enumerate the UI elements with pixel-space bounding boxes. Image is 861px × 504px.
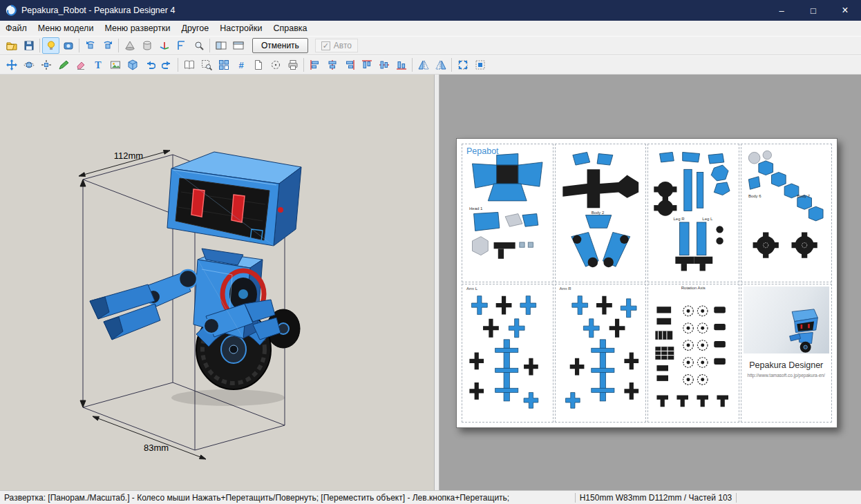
- menu-file[interactable]: Файл: [0, 21, 32, 35]
- pattern-cell-body[interactable]: Body 2: [555, 144, 647, 282]
- main-area: 112mm 150mm 83mm: [0, 75, 861, 490]
- pattern-cell-arm-l[interactable]: Arm L: [462, 284, 554, 423]
- part-number-button[interactable]: #: [232, 57, 249, 73]
- book-icon: [184, 59, 195, 70]
- new-page-button[interactable]: [249, 57, 267, 73]
- model-view-button[interactable]: [59, 37, 77, 54]
- toolbar-separator: [178, 58, 178, 72]
- auto-layout-icon: [218, 59, 229, 70]
- print-icon: [287, 59, 299, 70]
- auto-checkbox-group[interactable]: ✓ Авто: [315, 39, 358, 52]
- undo-button[interactable]: [141, 57, 158, 73]
- maximize-button[interactable]: □: [797, 0, 829, 21]
- fit-selection-button[interactable]: [454, 57, 471, 73]
- save-button[interactable]: [20, 37, 37, 54]
- dim-width-label: 112mm: [114, 151, 143, 161]
- zoom-select-button[interactable]: [198, 57, 215, 73]
- align-top-icon: [361, 59, 372, 70]
- menu-unfold[interactable]: Меню развертки: [99, 21, 176, 35]
- redo-button[interactable]: [158, 57, 176, 73]
- orbit-view-button[interactable]: [20, 57, 37, 73]
- align-top-button[interactable]: [358, 57, 375, 73]
- insert-image-button[interactable]: [106, 57, 124, 73]
- edit-pencil-button[interactable]: [55, 57, 72, 73]
- pattern-pieces-legs: [648, 144, 739, 282]
- svg-text:#: #: [238, 60, 244, 70]
- brand-title: Pepakura Designer: [741, 360, 832, 370]
- text-tool-button[interactable]: T: [89, 57, 106, 73]
- brand-url: http://www.tamasoft.co.jp/pepakura-en/: [741, 373, 832, 378]
- align-center-icon: [327, 59, 338, 70]
- part-label: Body 7: [797, 194, 810, 198]
- mirror-right-button[interactable]: [432, 57, 449, 73]
- model-info-text: H150mm W83mm D112mm / Частей 103: [576, 493, 736, 503]
- insert-image-icon: [110, 59, 121, 70]
- align-right-button[interactable]: [341, 57, 358, 73]
- cylinder-primitive-button[interactable]: [138, 37, 155, 54]
- rotate-model-left-button[interactable]: [82, 37, 99, 54]
- part-label: Arm R: [560, 287, 571, 291]
- pane-splitter[interactable]: [434, 75, 439, 490]
- solid-box-button[interactable]: [124, 57, 141, 73]
- part-label: Body 6: [748, 194, 761, 198]
- pattern-cell-legs[interactable]: Leg R Leg L: [647, 144, 739, 282]
- cancel-button[interactable]: Отменить: [252, 38, 308, 53]
- toolbar-separator: [451, 58, 452, 72]
- circle-tool-button[interactable]: [267, 57, 284, 73]
- pattern-pieces-axis: [648, 284, 739, 422]
- align-center-button[interactable]: [323, 57, 341, 73]
- print-button[interactable]: [284, 57, 301, 73]
- auto-checkbox-label: Авто: [334, 41, 352, 50]
- product-photo: [744, 287, 830, 353]
- auto-layout-button[interactable]: [215, 57, 232, 73]
- fit-page-button[interactable]: [471, 57, 489, 73]
- mirror-left-button[interactable]: [415, 57, 432, 73]
- title-bar: Pepakura_Robot - Pepakura Designer 4 – □…: [0, 0, 861, 21]
- robot-model: [90, 152, 301, 406]
- close-button[interactable]: ×: [829, 0, 861, 21]
- open-file-button[interactable]: [3, 37, 20, 54]
- pattern-cell-info[interactable]: Pepakura Designer http://www.tamasoft.co…: [741, 284, 833, 423]
- menu-other[interactable]: Другое: [176, 21, 214, 35]
- pan-view-button[interactable]: [3, 57, 20, 73]
- part-label: Leg R: [674, 217, 685, 221]
- redo-icon: [162, 59, 173, 70]
- magnifier-button[interactable]: [190, 37, 207, 54]
- pattern-pieces-strips: [741, 144, 832, 282]
- pattern-cell-head[interactable]: Pepabot: [462, 144, 554, 282]
- open-book-button[interactable]: [180, 57, 198, 73]
- part-label: Leg L: [702, 217, 712, 221]
- pattern-cell-axis[interactable]: Rotation Axis: [647, 284, 739, 423]
- align-middle-button[interactable]: [375, 57, 392, 73]
- pattern-cell-arm-r[interactable]: Arm R: [555, 284, 647, 423]
- align-bottom-button[interactable]: [392, 57, 410, 73]
- zoom-select-icon: [201, 59, 212, 70]
- two-pane-layout-button[interactable]: [212, 37, 229, 54]
- eraser-button[interactable]: [72, 57, 89, 73]
- measure-button[interactable]: [173, 37, 190, 54]
- rotate-model-right-button[interactable]: [99, 37, 116, 54]
- 3d-viewport-canvas[interactable]: 112mm 150mm 83mm: [0, 75, 434, 490]
- circle-tool-icon: [270, 59, 281, 70]
- menu-model[interactable]: Меню модели: [32, 21, 100, 35]
- menu-settings[interactable]: Настройки: [214, 21, 267, 35]
- measure-icon: [176, 40, 187, 51]
- app-window: Pepakura_Robot - Pepakura Designer 4 – □…: [0, 0, 861, 504]
- pattern-pieces-arm-l: [462, 284, 553, 422]
- light-toggle-button[interactable]: [42, 37, 59, 54]
- auto-checkbox[interactable]: ✓: [321, 41, 330, 50]
- cone-primitive-button[interactable]: [121, 37, 138, 54]
- solid-box-icon: [127, 59, 138, 70]
- minimize-button[interactable]: –: [766, 0, 797, 21]
- menu-help[interactable]: Справка: [267, 21, 312, 35]
- 2d-view-pane[interactable]: Pepabot: [439, 75, 861, 490]
- align-left-button[interactable]: [306, 57, 323, 73]
- text-tool-icon: T: [93, 59, 104, 70]
- app-icon: [6, 5, 17, 16]
- magnifier-icon: [193, 40, 205, 51]
- move-part-button[interactable]: [37, 57, 55, 73]
- pattern-cell-strips[interactable]: Body 6 Body 7: [741, 144, 833, 282]
- single-pane-layout-button[interactable]: [229, 37, 247, 54]
- axes-button[interactable]: [155, 37, 173, 54]
- 3d-view-pane[interactable]: 112mm 150mm 83mm: [0, 75, 434, 490]
